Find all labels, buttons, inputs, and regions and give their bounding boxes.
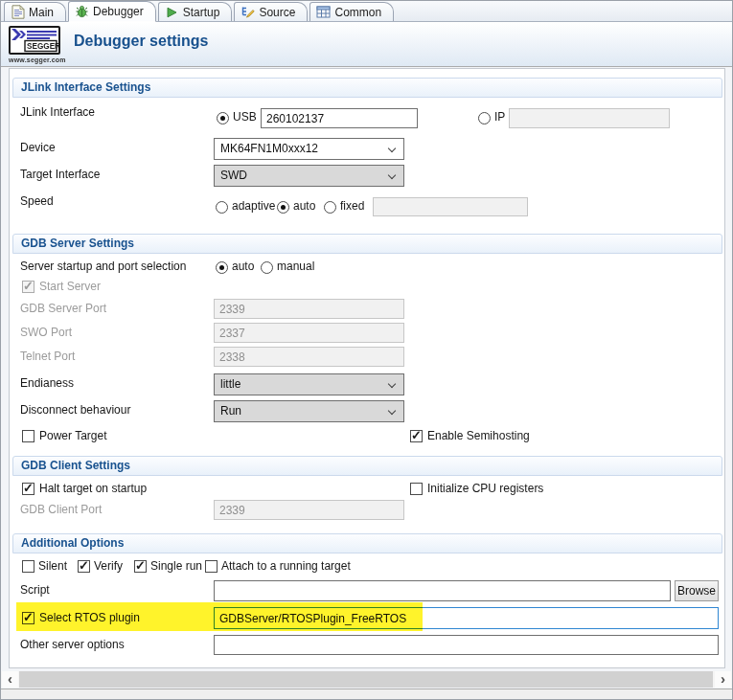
speed-adaptive-radio[interactable]	[216, 201, 228, 214]
usb-serial-input[interactable]	[261, 108, 418, 128]
jlink-interface-label: JLink Interface	[20, 105, 95, 119]
gdb-server-port-label: GDB Server Port	[20, 302, 106, 315]
verify-checkbox[interactable]	[78, 560, 90, 573]
tab-label: Source	[259, 6, 295, 19]
other-server-options-input[interactable]	[214, 635, 719, 655]
speed-auto-radio[interactable]	[277, 201, 289, 214]
usb-radio[interactable]	[217, 112, 229, 124]
chevron-down-icon	[388, 145, 396, 152]
script-label: Script	[20, 583, 50, 597]
startup-auto-radio[interactable]	[216, 261, 228, 274]
section-gdb-client: GDB Client Settings	[12, 456, 722, 476]
speed-fixed-input	[373, 197, 528, 216]
browse-button[interactable]: Browse	[675, 580, 719, 601]
ip-radio-label: IP	[494, 110, 505, 124]
halt-target-label: Halt target on startup	[39, 482, 147, 495]
swo-port-label: SWO Port	[20, 326, 72, 339]
tab-debugger[interactable]: Debugger	[68, 1, 156, 22]
device-label: Device	[20, 141, 56, 154]
target-interface-label: Target Interface	[20, 168, 100, 181]
tab-label: Startup	[183, 6, 220, 19]
chevron-down-icon	[388, 407, 396, 415]
section-jlink-interface: JLink Interface Settings	[12, 78, 722, 98]
start-server-checkbox	[22, 281, 34, 293]
chevron-left-icon[interactable]: ‹	[2, 671, 18, 688]
tab-label: Common	[334, 6, 381, 19]
table-icon	[316, 5, 331, 19]
telnet-port-input	[214, 347, 404, 367]
startup-manual-radio[interactable]	[261, 261, 273, 274]
init-cpu-label: Initialize CPU registers	[427, 482, 543, 495]
ip-address-input	[509, 108, 670, 128]
tab-startup[interactable]: Startup	[158, 2, 233, 21]
silent-checkbox[interactable]	[22, 560, 34, 573]
tab-label: Main	[29, 6, 54, 19]
other-server-options-label: Other server options	[20, 638, 125, 651]
usb-radio-label: USB	[233, 110, 257, 124]
endianess-combo-value: little	[220, 377, 241, 391]
enable-semihosting-checkbox[interactable]	[410, 430, 423, 442]
startup-auto-label: auto	[232, 260, 254, 273]
target-interface-combo[interactable]: SWD	[214, 165, 404, 187]
section-additional-options: Additional Options	[12, 533, 722, 553]
verify-label: Verify	[94, 559, 123, 573]
halt-target-checkbox[interactable]	[22, 483, 34, 495]
attach-checkbox[interactable]	[205, 560, 218, 573]
disconnect-behaviour-combo[interactable]: Run	[214, 400, 404, 422]
startup-manual-label: manual	[277, 260, 314, 273]
rtos-plugin-label: Select RTOS plugin	[39, 611, 140, 624]
script-input[interactable]	[214, 580, 671, 601]
horizontal-scrollbar[interactable]: ‹ ›	[1, 671, 732, 688]
page-header: SEGGER www.segger.com Debugger settings	[1, 22, 732, 67]
single-run-checkbox[interactable]	[134, 560, 147, 573]
section-gdb-server: GDB Server Settings	[12, 234, 722, 254]
document-icon	[11, 5, 25, 19]
init-cpu-checkbox[interactable]	[410, 483, 423, 495]
device-combo[interactable]: MK64FN1M0xxx12	[214, 138, 404, 160]
single-run-label: Single run	[150, 559, 202, 573]
tab-source[interactable]: Source	[234, 2, 308, 21]
rtos-plugin-checkbox[interactable]	[22, 612, 34, 624]
telnet-port-label: Telnet Port	[20, 350, 75, 363]
swo-port-input	[214, 323, 404, 343]
play-icon	[165, 5, 179, 19]
silent-label: Silent	[38, 559, 67, 573]
page-title: Debugger settings	[74, 33, 208, 50]
tab-bar: Main Debugger Startup Source Common	[1, 1, 732, 22]
segger-url: www.segger.com	[9, 56, 66, 63]
tab-main[interactable]: Main	[4, 2, 66, 21]
chevron-down-icon	[388, 171, 396, 179]
speed-label: Speed	[20, 194, 54, 208]
target-interface-combo-value: SWD	[220, 169, 247, 182]
speed-fixed-label: fixed	[340, 199, 364, 213]
speed-adaptive-label: adaptive	[232, 199, 275, 213]
server-startup-label: Server startup and port selection	[20, 260, 186, 273]
source-icon	[241, 5, 255, 19]
speed-fixed-radio[interactable]	[324, 201, 336, 214]
endianess-label: Endianess	[20, 376, 74, 390]
svg-text:SEGGER: SEGGER	[27, 42, 58, 51]
enable-semihosting-label: Enable Semihosting	[427, 429, 530, 442]
chevron-right-icon[interactable]: ›	[715, 671, 731, 688]
endianess-combo[interactable]: little	[214, 373, 404, 395]
window-bottom-band	[1, 689, 732, 699]
gdb-client-port-input	[214, 500, 404, 520]
scrollbar-thumb[interactable]	[19, 671, 713, 688]
rtos-plugin-input[interactable]	[214, 607, 719, 629]
segger-logo: SEGGER	[9, 26, 60, 55]
speed-auto-label: auto	[293, 199, 315, 213]
gdb-server-port-input	[214, 299, 404, 319]
power-target-label: Power Target	[39, 429, 106, 442]
start-server-label: Start Server	[39, 280, 101, 293]
device-combo-value: MK64FN1M0xxx12	[220, 142, 318, 155]
attach-label: Attach to a running target	[221, 559, 351, 573]
bug-icon	[75, 5, 89, 19]
disconnect-behaviour-label: Disconnect behaviour	[20, 403, 130, 417]
power-target-checkbox[interactable]	[22, 430, 34, 442]
chevron-down-icon	[388, 380, 396, 388]
gdb-client-port-label: GDB Client Port	[20, 503, 102, 516]
tab-label: Debugger	[93, 5, 144, 18]
ip-radio[interactable]	[478, 112, 491, 124]
debug-configuration-window: Main Debugger Startup Source Common	[0, 0, 733, 700]
tab-common[interactable]: Common	[309, 2, 394, 21]
